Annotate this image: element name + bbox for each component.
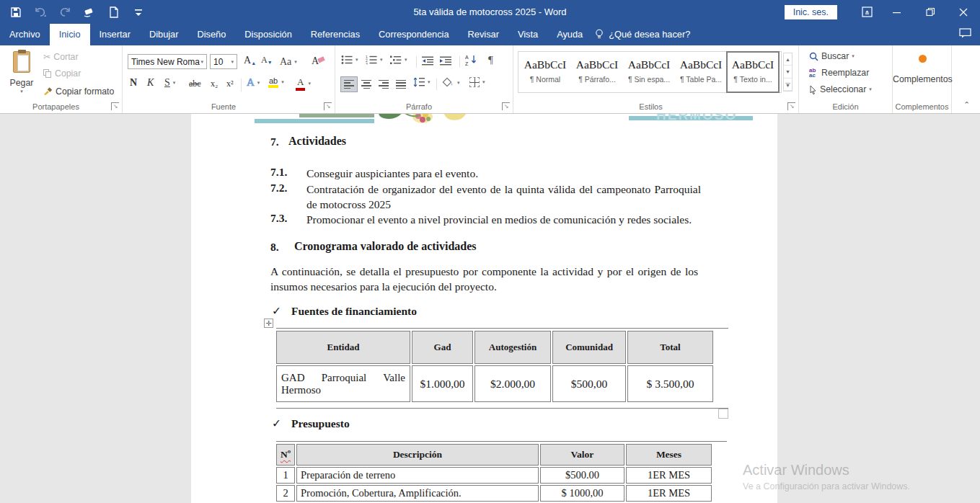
paste-button[interactable]: Pegar ▾ xyxy=(7,51,36,94)
find-button[interactable]: Buscar▾ xyxy=(809,51,855,61)
group-parrafo: ▾ 123▾ ▾ AZ ¶ ▾ xyxy=(335,45,513,113)
tab-diseno[interactable]: Diseño xyxy=(187,24,235,45)
save-icon[interactable] xyxy=(9,5,23,19)
bold-button[interactable]: N xyxy=(130,77,137,89)
collapse-ribbon-icon[interactable]: ⌃ xyxy=(963,100,970,110)
copy-button: Copiar xyxy=(43,68,81,79)
tab-inicio[interactable]: Inicio xyxy=(50,24,90,45)
tab-vista[interactable]: Vista xyxy=(508,24,547,45)
paste-label: Pegar xyxy=(10,78,34,88)
svg-text:A: A xyxy=(465,55,469,60)
header-cell: Meses xyxy=(626,444,712,466)
document-canvas[interactable]: HERMOSO 7. Actividades 7.1. Conseguir au… xyxy=(0,114,980,503)
font-color-button[interactable]: A▾ xyxy=(296,76,311,91)
copy-icon xyxy=(43,69,52,79)
highlight-icon: ab xyxy=(268,76,278,88)
tab-referencias[interactable]: Referencias xyxy=(301,24,369,45)
ink-eraser-icon[interactable] xyxy=(82,5,97,19)
strikethrough-button[interactable]: abc xyxy=(189,79,201,89)
close-button[interactable] xyxy=(947,0,980,24)
ribbon-display-options-icon[interactable] xyxy=(853,0,880,24)
tab-dibujar[interactable]: Dibujar xyxy=(140,24,188,45)
header-crest-icon xyxy=(375,114,476,127)
restore-button[interactable] xyxy=(914,0,947,24)
styles-scroll-up-icon[interactable]: ▲ xyxy=(784,53,792,66)
financiamiento-heading: ✓Fuentes de financiamiento xyxy=(272,305,417,318)
shading-button[interactable]: ▾ xyxy=(442,77,460,88)
font-name-combobox[interactable]: Times New Roma▾ xyxy=(128,54,207,69)
format-painter-button[interactable]: Copiar formato xyxy=(43,86,114,97)
addins-button[interactable]: Complementos xyxy=(893,53,952,84)
presupuesto-table[interactable]: Nº Descripción Valor Meses 1 Preparación… xyxy=(275,442,713,503)
style-sin-espaciado[interactable]: AaBbCcI ¶ Sin espa... xyxy=(624,53,674,92)
format-painter-icon xyxy=(43,86,53,97)
minimize-button[interactable] xyxy=(880,0,914,24)
parrafo-dialog-launcher[interactable]: ↘ xyxy=(502,102,510,110)
redo-icon xyxy=(58,5,72,19)
align-left-button[interactable] xyxy=(341,77,357,92)
heading7-number: 7. xyxy=(270,135,279,148)
financiamiento-label: Fuentes de financiamiento xyxy=(291,305,417,317)
styles-more-icon[interactable]: —▼ xyxy=(784,79,792,91)
tab-revisar[interactable]: Revisar xyxy=(459,24,508,45)
customize-qat-icon[interactable] xyxy=(131,5,146,19)
table1-bottom-rule xyxy=(276,408,728,409)
change-case-button[interactable]: Aa▾ xyxy=(280,56,297,68)
tab-disposicion[interactable]: Disposición xyxy=(235,24,301,45)
highlight-color-button[interactable]: ab▾ xyxy=(268,76,284,88)
tab-insertar[interactable]: Insertar xyxy=(90,24,140,45)
multilevel-list-button[interactable]: ▾ xyxy=(390,55,407,65)
shrink-font-button[interactable]: A▼ xyxy=(261,55,273,66)
line-spacing-button[interactable]: ▾ xyxy=(413,77,431,87)
numbering-button[interactable]: 123▾ xyxy=(366,55,383,65)
table-resize-handle[interactable] xyxy=(718,409,728,419)
decrease-indent-button[interactable] xyxy=(422,55,434,68)
line-spacing-icon xyxy=(413,77,425,87)
tell-me-box[interactable]: ¿Qué desea hacer? xyxy=(592,24,697,45)
tab-archivo[interactable]: Archivo xyxy=(0,24,50,45)
underline-button[interactable]: S▾ xyxy=(164,77,175,89)
font-size-combobox[interactable]: 10▾ xyxy=(210,54,237,69)
feedback-icon[interactable] xyxy=(959,28,971,41)
subscript-button[interactable]: x₂ xyxy=(211,79,218,89)
align-right-button[interactable] xyxy=(376,77,392,92)
tab-ayuda[interactable]: Ayuda xyxy=(547,24,592,45)
list-item-number: 7.3. xyxy=(270,212,287,225)
select-button[interactable]: Seleccionar▾ xyxy=(809,84,872,94)
borders-button[interactable]: ▾ xyxy=(469,77,485,87)
style-normal[interactable]: AaBbCcI ¶ Normal xyxy=(520,53,570,92)
text-effects-button[interactable]: A▾ xyxy=(247,76,260,89)
style-texto-independiente[interactable]: AaBbCcI ¶ Texto in... xyxy=(728,53,778,92)
paste-dropdown-caret[interactable]: ▾ xyxy=(7,89,36,94)
new-document-icon[interactable] xyxy=(107,5,121,19)
table-row: 2 Promoción, Cobertura, Amplificación. $… xyxy=(276,485,712,502)
sign-in-button[interactable]: Inic. ses. xyxy=(785,5,837,19)
italic-button[interactable]: K xyxy=(147,77,154,89)
increase-indent-button[interactable] xyxy=(440,55,452,68)
superscript-button[interactable]: x² xyxy=(226,79,234,89)
tab-correspondencia[interactable]: Correspondencia xyxy=(369,24,458,45)
search-icon xyxy=(809,52,818,61)
header-cell: Nº xyxy=(276,444,295,466)
show-marks-button[interactable]: ¶ xyxy=(488,54,493,66)
estilos-dialog-launcher[interactable]: ↘ xyxy=(787,102,795,110)
replace-label: Reemplazar xyxy=(821,68,869,78)
clear-formatting-button[interactable]: A xyxy=(312,55,326,69)
style-table-paragraph[interactable]: AaBbCcI ¶ Table Pa... xyxy=(676,53,726,92)
cell-total: $ 3.500,00 xyxy=(627,365,713,402)
financiamiento-table[interactable]: Entidad Gad Autogestión Comunidad Total … xyxy=(275,329,715,404)
presupuesto-heading: ✓Presupuesto xyxy=(272,417,350,430)
styles-scroll-down-icon[interactable]: ▼ xyxy=(784,66,792,78)
align-center-button[interactable] xyxy=(358,77,374,92)
document-page[interactable]: HERMOSO 7. Actividades 7.1. Conseguir au… xyxy=(191,114,777,503)
style-parrafo[interactable]: AaBbCcI ¶ Párrafo... xyxy=(572,53,622,92)
replace-button[interactable]: abac Reemplazar xyxy=(809,68,869,78)
portapapeles-dialog-launcher[interactable]: ↘ xyxy=(111,102,119,110)
bullets-button[interactable]: ▾ xyxy=(341,55,358,65)
justify-button[interactable] xyxy=(393,77,409,92)
format-painter-label: Copiar formato xyxy=(56,86,114,97)
grow-font-button[interactable]: A▲ xyxy=(244,55,256,66)
sort-button[interactable]: AZ xyxy=(465,54,478,66)
fuente-dialog-launcher[interactable]: ↘ xyxy=(324,102,332,110)
table-move-handle[interactable]: ✛ xyxy=(264,319,273,328)
